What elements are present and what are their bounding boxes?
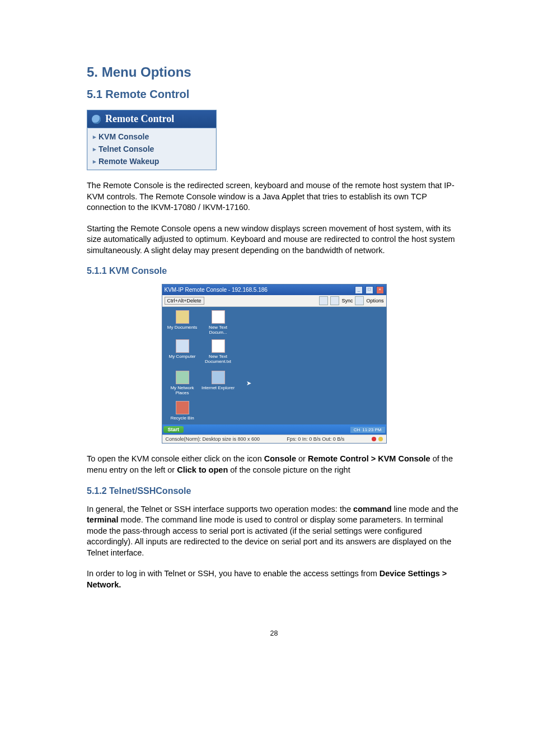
heading-subsection: 5.1.1 KVM Console [87, 266, 461, 276]
close-button[interactable]: × [376, 286, 384, 294]
remote-control-title: Remote Control [87, 110, 216, 128]
new-text-document-icon[interactable]: New Text Document.txt [202, 339, 235, 364]
internet-explorer-icon[interactable]: Internet Explorer [202, 371, 235, 390]
cursor-icon[interactable] [330, 296, 339, 305]
icon-label: New Text Docum... [209, 325, 227, 335]
tool-icon[interactable] [355, 296, 364, 305]
heading-subsection: 5.1.2 Telnet/SSHConsole [87, 486, 461, 496]
window-titlebar: KVM-IP Remote Console - 192.168.5.186 _ … [162, 284, 386, 295]
remote-control-panel: Remote Control KVM Console Telnet Consol… [87, 110, 217, 170]
minimize-button[interactable]: _ [355, 286, 363, 294]
status-dot-red-icon [372, 437, 376, 441]
remote-desktop[interactable]: My Documents New Text Docum... My Comput… [162, 307, 386, 424]
nav-item-label: Remote Wakeup [99, 157, 159, 166]
nav-telnet-console[interactable]: Telnet Console [87, 143, 216, 155]
icon-label: My Documents [167, 325, 197, 330]
my-computer-icon[interactable]: My Computer [166, 339, 199, 359]
cursor-icon: ➤ [246, 380, 251, 387]
heading-section: 5.1 Remote Control [87, 88, 461, 101]
paragraph: Starting the Remote Console opens a new … [87, 223, 461, 256]
kvm-toolbar: Ctrl+Alt+Delete Sync Options [162, 295, 386, 307]
icon-label: My Computer [168, 354, 195, 359]
icon-label: Recycle Bin [170, 416, 194, 421]
recycle-bin-icon[interactable]: Recycle Bin [166, 401, 199, 421]
globe-icon [92, 115, 101, 124]
status-dot-yellow-icon [378, 437, 383, 441]
monitor-icon[interactable] [319, 296, 328, 305]
my-documents-icon[interactable]: My Documents [166, 310, 199, 330]
status-bar: Console(Norm): Desktop size is 800 x 600… [162, 435, 386, 443]
taskbar: Start CH 11:23 PM [162, 424, 386, 435]
options-button[interactable]: Options [366, 298, 383, 304]
status-right: Fps: 0 In: 0 B/s Out: 0 B/s [287, 436, 344, 442]
icon-label: New Text Document.txt [205, 354, 231, 364]
new-text-docum-icon[interactable]: New Text Docum... [202, 310, 235, 335]
paragraph: The Remote Console is the redirected scr… [87, 180, 461, 213]
ctrl-alt-delete-button[interactable]: Ctrl+Alt+Delete [165, 297, 204, 305]
window-title: KVM-IP Remote Console - 192.168.5.186 [165, 287, 268, 293]
window-buttons: _ □ × [354, 286, 384, 294]
status-indicators [372, 436, 383, 442]
maximize-button[interactable]: □ [366, 286, 373, 294]
my-network-places-icon[interactable]: My Network Places [166, 371, 199, 395]
icon-label: My Network Places [170, 385, 194, 395]
paragraph: In general, the Telnet or SSH interface … [87, 504, 461, 559]
remote-control-list: KVM Console Telnet Console Remote Wakeup [87, 128, 216, 170]
nav-kvm-console[interactable]: KVM Console [87, 130, 216, 143]
kvm-console-window: KVM-IP Remote Console - 192.168.5.186 _ … [162, 284, 387, 444]
page-number: 28 [87, 629, 461, 637]
status-left: Console(Norm): Desktop size is 800 x 600 [166, 436, 260, 442]
paragraph: To open the KVM console either click on … [87, 454, 461, 475]
start-button[interactable]: Start [163, 426, 184, 433]
paragraph: In order to log in with Telnet or SSH, y… [87, 568, 461, 590]
nav-item-label: Telnet Console [99, 144, 154, 153]
sync-label[interactable]: Sync [341, 298, 353, 304]
icon-label: Internet Explorer [202, 385, 235, 390]
nav-remote-wakeup[interactable]: Remote Wakeup [87, 155, 216, 167]
heading-chapter: 5. Menu Options [87, 64, 461, 80]
system-tray: CH 11:23 PM [350, 427, 385, 433]
tray-clock: 11:23 PM [362, 427, 381, 432]
nav-item-label: KVM Console [99, 132, 149, 141]
tray-lang[interactable]: CH [354, 427, 360, 432]
remote-control-title-text: Remote Control [105, 113, 174, 125]
